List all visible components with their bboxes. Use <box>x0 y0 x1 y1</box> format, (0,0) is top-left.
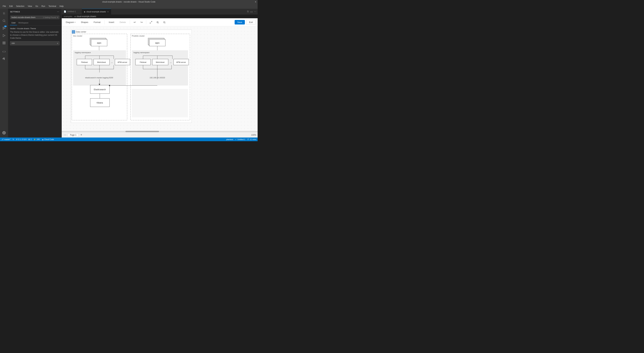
toolbar-redo-btn[interactable]: ↪ <box>139 20 144 25</box>
menu-file[interactable]: File <box>1 5 7 8</box>
svg-line-22 <box>150 22 151 23</box>
menu-terminal[interactable]: Terminal <box>47 5 57 8</box>
theme-select[interactable]: automatic min dark kennedy sketch simple <box>10 41 60 45</box>
svg-text:Filebeat: Filebeat <box>140 61 146 63</box>
add-page-btn[interactable]: + <box>79 133 83 137</box>
menu-help[interactable]: Help <box>58 5 65 8</box>
sidebar-header: Settings ··· <box>8 9 62 15</box>
toolbar-diagram-btn[interactable]: Diagram <box>64 20 78 24</box>
svg-text:logging namespace: logging namespace <box>134 52 150 54</box>
window-close-btn[interactable]: × <box>255 0 256 3</box>
editor-area: 📄 Untitled-1 ◈ cloud-example.drawio × ⎘ … <box>62 9 258 138</box>
status-untitled[interactable]: ✓ Untitled-1 <box>235 138 245 140</box>
activity-docker[interactable] <box>1 56 8 62</box>
menu-bar: File Edit Selection View Go Run Terminal… <box>0 4 258 9</box>
activity-source-control[interactable]: 29 <box>1 25 8 32</box>
toolbar-divider-2 <box>130 20 130 24</box>
menu-edit[interactable]: Edit <box>8 5 14 8</box>
toolbar-zoom-in-btn[interactable] <box>155 20 160 25</box>
svg-text:Dev cluster: Dev cluster <box>73 35 82 37</box>
activity-bar: ⎘ 29 <box>0 9 8 138</box>
svg-rect-14 <box>3 58 3 59</box>
editor-tabs-bar: 📄 Untitled-1 ◈ cloud-example.drawio × ⎘ … <box>62 9 258 14</box>
svg-text:apps: apps <box>97 42 101 44</box>
tab-user[interactable]: User <box>10 21 17 25</box>
activity-run[interactable] <box>1 32 8 39</box>
setting-control: automatic min dark kennedy sketch simple <box>10 41 60 45</box>
status-tabs[interactable]: ⊞ 2 <box>28 138 32 140</box>
menu-selection[interactable]: Selection <box>15 5 26 8</box>
drawio-toolbar: Diagram Shapes Format Insert Delete ↩ ↪ <box>62 18 258 26</box>
drawio-area: Diagram Shapes Format Insert Delete ↩ ↪ <box>62 18 258 138</box>
horizontal-scrollbar[interactable] <box>62 131 258 132</box>
status-cloud-code[interactable]: ☁ Cloud Code <box>42 138 54 140</box>
git-branch-icon: ⎇ <box>1 138 4 140</box>
exit-button[interactable]: Exit <box>246 20 256 25</box>
toolbar-format-btn[interactable]: Format <box>92 20 102 24</box>
settings-tabs-row: User Workspace <box>8 21 62 26</box>
toolbar-delete-btn[interactable]: Delete <box>118 20 128 24</box>
toolbar-shapes-btn[interactable]: Shapes <box>79 20 90 24</box>
svg-rect-10 <box>3 42 4 43</box>
svg-text:□: □ <box>73 31 74 33</box>
save-button[interactable]: Save <box>234 20 245 24</box>
sidebar-title: Settings <box>10 11 20 13</box>
status-language[interactable]: plaintext <box>226 138 233 140</box>
activity-search[interactable] <box>1 18 8 24</box>
settings-filter-icon[interactable]: ≡ <box>57 16 58 18</box>
svg-text:APM-server: APM-server <box>118 61 127 63</box>
settings-content: Hediet › Vscode-drawio: Theme The theme … <box>8 26 62 138</box>
toolbar-fullscreen-btn[interactable] <box>148 20 154 25</box>
settings-search-input[interactable] <box>12 16 42 18</box>
svg-text:Metricbeat: Metricbeat <box>97 61 106 63</box>
diagram-svg: □ Data center Dev cluster Prod/etc clust… <box>70 29 194 126</box>
activity-explorer[interactable]: ⎘ <box>1 10 8 17</box>
menu-run[interactable]: Run <box>40 5 46 8</box>
svg-text:...: ... <box>170 61 172 64</box>
activity-extensions[interactable] <box>1 40 8 46</box>
status-spaces[interactable]: ⚡ 245 <box>34 138 40 140</box>
breadcrumb-file[interactable]: cloud-example.drawio <box>76 15 96 18</box>
split-editor-icon[interactable]: ⎘ <box>247 10 249 13</box>
svg-line-1 <box>5 22 5 22</box>
editor-tab-drawio[interactable]: ◈ cloud-example.drawio × <box>82 9 111 14</box>
menu-go[interactable]: Go <box>34 5 40 8</box>
toggle-panel-icon[interactable]: ▭ <box>250 10 253 13</box>
breadcrumb-examples[interactable]: examples <box>64 15 72 18</box>
page-tab-1[interactable]: Page-1 <box>68 133 79 137</box>
svg-rect-13 <box>4 43 5 44</box>
svg-point-2 <box>3 27 4 28</box>
status-sync[interactable]: ↻ <box>12 138 14 140</box>
page-zoom: 100% <box>251 134 256 136</box>
status-git-branch[interactable]: ⎇ master* <box>1 138 10 140</box>
toolbar-zoom-out-btn[interactable] <box>162 20 167 25</box>
toolbar-undo-btn[interactable]: ↩ <box>132 20 137 25</box>
svg-line-7 <box>4 28 4 29</box>
toolbar-right: Save Exit <box>234 20 256 25</box>
tab-workspace[interactable]: Workspace <box>17 21 30 25</box>
svg-text:apps: apps <box>155 42 160 44</box>
warning-icon: ⚠ <box>20 138 22 140</box>
svg-text:elasticsearch-master.logging:9: elasticsearch-master.logging:9200 <box>85 77 113 79</box>
svg-line-28 <box>165 23 166 23</box>
editor-tab-untitled[interactable]: 📄 Untitled-1 <box>62 9 82 14</box>
svg-text:...: ... <box>111 61 113 64</box>
svg-line-21 <box>151 21 152 22</box>
drawio-canvas[interactable]: □ Data center Dev cluster Prod/etc clust… <box>62 26 258 131</box>
activity-remote[interactable] <box>1 48 8 55</box>
toolbar-insert-btn[interactable]: Insert <box>107 20 116 24</box>
more-actions-icon[interactable]: ··· <box>254 10 256 13</box>
menu-view[interactable]: View <box>26 5 33 8</box>
scrollbar-thumb[interactable] <box>126 131 159 132</box>
svg-line-24 <box>158 23 159 23</box>
sidebar-more-btn[interactable]: ··· <box>57 10 60 14</box>
activity-settings[interactable] <box>1 130 8 136</box>
status-errors[interactable]: ✗ 0 ⚠ 0 ℹ 8 <box>16 138 26 140</box>
svg-text:logging namespace: logging namespace <box>75 52 91 54</box>
svg-rect-18 <box>4 58 4 58</box>
page-menu-btn[interactable]: ⋯ <box>63 133 67 137</box>
tab-close-drawio[interactable]: × <box>107 10 109 13</box>
window-title: cloud-example.drawio - vscode-drawio - V… <box>102 1 155 3</box>
status-time[interactable]: ⏱ 11 mins <box>247 138 256 140</box>
svg-rect-17 <box>3 58 4 58</box>
